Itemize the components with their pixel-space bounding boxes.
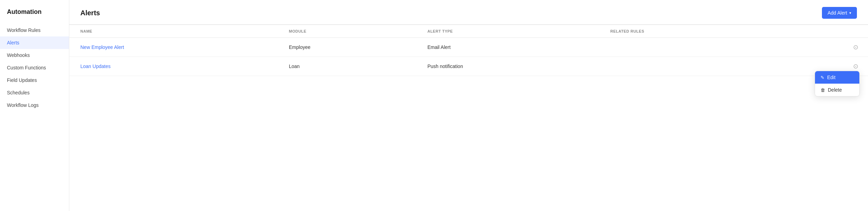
row-alert-type-cell: Email Alert <box>416 38 599 57</box>
row-action-button[interactable]: ⊙ <box>850 62 861 71</box>
col-related-rules: RELATED RULES <box>599 25 777 38</box>
row-related-rules-cell <box>599 57 777 76</box>
sidebar: Automation Workflow Rules Alerts Webhook… <box>0 0 69 211</box>
edit-icon: ✎ <box>821 75 824 80</box>
row-module-cell: Employee <box>278 38 416 57</box>
sidebar-item-label: Field Updates <box>7 77 37 83</box>
row-actions-cell: ⊙ ✎ Edit 🗑 Delete <box>777 57 868 76</box>
sidebar-item-alerts[interactable]: Alerts <box>0 36 69 49</box>
page-title: Alerts <box>80 9 100 17</box>
col-alert-type: ALERT TYPE <box>416 25 599 38</box>
row-module-cell: Loan <box>278 57 416 76</box>
alert-name-link[interactable]: New Employee Alert <box>80 44 124 50</box>
table-header-row: NAME MODULE ALERT TYPE RELATED RULES <box>69 25 868 38</box>
col-module: MODULE <box>278 25 416 38</box>
row-name-cell: Loan Updates <box>69 57 278 76</box>
main-header: Alerts Add Alert ▾ <box>69 0 868 25</box>
alerts-table-container: NAME MODULE ALERT TYPE RELATED RULES New… <box>69 25 868 211</box>
delete-icon: 🗑 <box>821 87 825 93</box>
sidebar-item-label: Custom Functions <box>7 65 46 70</box>
sidebar-item-workflow-logs[interactable]: Workflow Logs <box>0 99 69 111</box>
sidebar-item-workflow-rules[interactable]: Workflow Rules <box>0 24 69 36</box>
sidebar-title: Automation <box>0 8 69 24</box>
delete-menu-item[interactable]: 🗑 Delete <box>815 84 859 96</box>
sidebar-item-schedules[interactable]: Schedules <box>0 86 69 99</box>
chevron-down-icon: ▾ <box>849 11 851 15</box>
add-alert-button[interactable]: Add Alert ▾ <box>822 7 857 19</box>
alert-name-link[interactable]: Loan Updates <box>80 64 110 69</box>
add-alert-label: Add Alert <box>827 10 847 16</box>
sidebar-item-field-updates[interactable]: Field Updates <box>0 74 69 86</box>
delete-label: Delete <box>828 87 842 93</box>
sidebar-item-webhooks[interactable]: Webhooks <box>0 49 69 61</box>
alerts-table: NAME MODULE ALERT TYPE RELATED RULES New… <box>69 25 868 76</box>
edit-menu-item[interactable]: ✎ Edit <box>815 71 859 84</box>
main-content: Alerts Add Alert ▾ NAME MODULE ALERT TYP… <box>69 0 868 211</box>
sidebar-item-label: Webhooks <box>7 52 30 58</box>
table-row: New Employee Alert Employee Email Alert … <box>69 38 868 57</box>
sidebar-item-custom-functions[interactable]: Custom Functions <box>0 61 69 74</box>
sidebar-item-label: Alerts <box>7 40 19 45</box>
col-actions <box>777 25 868 38</box>
row-alert-type-cell: Push notification <box>416 57 599 76</box>
sidebar-item-label: Workflow Logs <box>7 102 39 108</box>
col-name: NAME <box>69 25 278 38</box>
row-name-cell: New Employee Alert <box>69 38 278 57</box>
sidebar-item-label: Workflow Rules <box>7 27 41 33</box>
row-actions-cell: ⊙ <box>777 38 868 57</box>
row-related-rules-cell <box>599 38 777 57</box>
sidebar-item-label: Schedules <box>7 90 29 95</box>
row-action-button[interactable]: ⊙ <box>850 43 861 52</box>
table-row: Loan Updates Loan Push notification ⊙ ✎ … <box>69 57 868 76</box>
edit-label: Edit <box>827 75 835 80</box>
row-context-menu: ✎ Edit 🗑 Delete <box>815 71 860 96</box>
